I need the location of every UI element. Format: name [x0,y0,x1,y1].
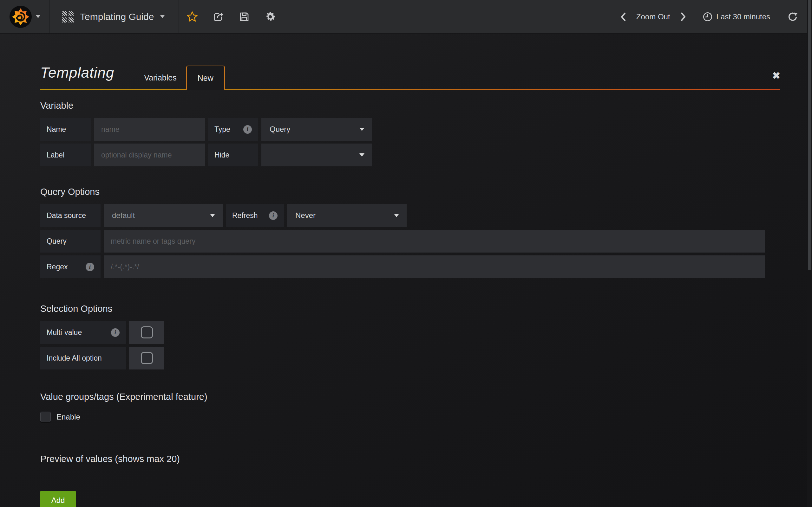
label-input[interactable] [94,144,205,166]
data-source-label: Data source [40,204,101,227]
query-input[interactable] [104,230,765,252]
type-select-caret-icon [359,128,364,131]
value-groups-heading: Value groups/tags (Experimental feature) [40,392,780,402]
type-info-icon[interactable]: i [243,125,252,134]
regex-label-text: Regex [47,263,67,271]
refresh-select-caret-icon [394,214,399,217]
query-options-heading: Query Options [40,187,780,197]
dashboard-title-menu[interactable]: Templating Guide [50,0,179,33]
refresh-button[interactable] [787,11,798,22]
navbar-actions [179,0,283,33]
page-title: Templating [40,64,114,81]
enable-checkbox[interactable] [40,412,51,422]
multi-value-label-text: Multi-value [47,328,82,337]
time-range-picker[interactable]: Last 30 minutes [703,12,770,22]
name-input[interactable] [94,118,205,141]
star-icon [186,11,198,23]
selection-options-heading: Selection Options [40,303,780,314]
page-header: Templating Variables New ✖ [40,34,780,90]
type-select[interactable]: Query [261,118,372,141]
clock-icon [703,12,713,22]
selection-options-section: Selection Options Multi-value i Include … [40,303,780,370]
star-button[interactable] [179,0,205,34]
save-button[interactable] [231,0,257,34]
dashboard-dropdown-caret-icon [160,15,165,18]
preview-heading: Preview of values (shows max 20) [40,454,780,464]
regex-label: Regex i [40,256,101,278]
refresh-select[interactable]: Never [287,204,407,227]
value-groups-section: Value groups/tags (Experimental feature)… [40,392,780,422]
add-button[interactable]: Add [40,491,76,507]
tab-variables[interactable]: Variables [135,66,186,89]
chevron-left-icon[interactable] [619,12,627,21]
include-all-checkbox[interactable] [129,347,164,370]
multi-value-checkbox[interactable] [129,321,164,344]
scrollbar-track[interactable] [807,0,812,507]
data-source-select-caret-icon [210,214,215,217]
name-label: Name [40,118,91,141]
dashboard-grid-icon [62,11,73,22]
grafana-logo-icon [9,5,32,28]
refresh-label: Refresh i [226,204,284,227]
scrollbar-thumb[interactable] [808,0,811,270]
share-button[interactable] [205,0,231,34]
multi-value-label: Multi-value i [40,321,126,344]
refresh-icon [787,11,798,22]
type-label: Type i [208,118,258,141]
enable-label: Enable [56,412,80,421]
settings-gear-icon [264,11,276,23]
checkbox-outline-icon [141,326,153,338]
query-options-section: Query Options Data source default Refres… [40,187,780,278]
refresh-info-icon[interactable]: i [269,211,277,220]
preview-section: Preview of values (shows max 20) [40,454,780,464]
logo-dropdown-caret-icon [36,15,40,18]
settings-button[interactable] [257,0,283,34]
share-icon [212,11,224,22]
chevron-right-icon[interactable] [679,12,687,21]
variable-section: Variable Name Type i Query Label Hide [40,101,780,166]
variable-heading: Variable [40,101,780,111]
label-label: Label [40,144,91,166]
dashboard-title: Templating Guide [80,11,154,22]
type-select-value: Query [270,125,290,134]
top-navbar: Templating Guide [0,0,812,34]
data-source-select[interactable]: default [104,204,223,227]
regex-info-icon[interactable]: i [86,263,94,271]
hide-select-caret-icon [359,153,364,157]
data-source-select-value: default [112,211,135,220]
hide-label: Hide [208,144,258,166]
multi-value-info-icon[interactable]: i [111,328,119,337]
refresh-select-value: Never [295,211,316,220]
checkbox-outline-icon [141,352,153,364]
zoom-out-button[interactable]: Zoom Out [636,12,670,21]
include-all-label: Include All option [40,347,126,370]
tab-new[interactable]: New [186,66,225,90]
grafana-menu-button[interactable] [0,0,50,33]
type-label-text: Type [214,125,230,134]
templating-page: Templating Variables New ✖ Variable Name… [0,34,812,507]
refresh-label-text: Refresh [232,211,258,220]
regex-input[interactable] [104,256,765,278]
close-icon[interactable]: ✖ [772,71,780,80]
hide-select[interactable] [261,144,372,166]
navbar-right: Zoom Out Last 30 minutes [619,0,812,33]
query-label: Query [40,230,101,252]
time-range-label: Last 30 minutes [716,12,770,21]
save-icon [239,11,250,22]
